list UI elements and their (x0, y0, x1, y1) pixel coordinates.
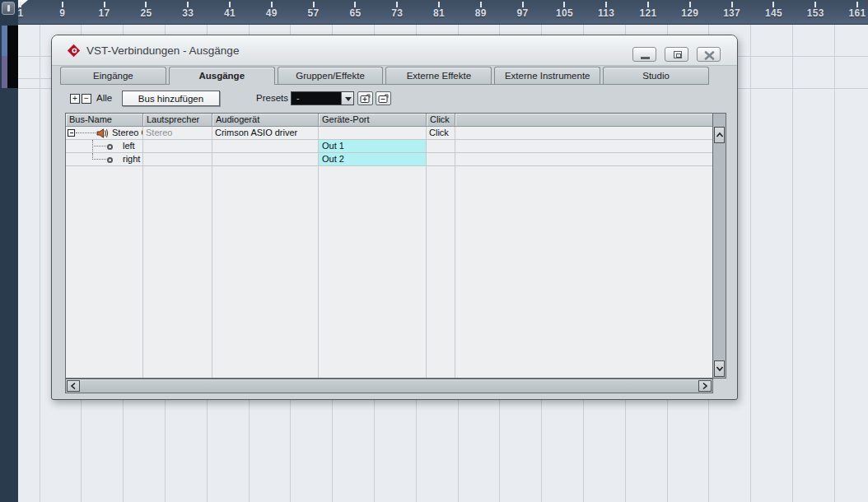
expand-all-button[interactable]: + (70, 94, 80, 104)
close-button[interactable] (697, 47, 721, 62)
speaker-icon (96, 128, 109, 138)
ruler-tick (271, 2, 273, 7)
horizontal-scrollbar[interactable] (65, 379, 713, 393)
ruler-tick (62, 2, 63, 7)
column-header-lautsprecher[interactable]: Lautsprecher (143, 114, 212, 127)
column-header-click[interactable]: Click (427, 114, 455, 127)
scroll-left-button[interactable] (67, 380, 80, 392)
tab-externe-instrumente[interactable]: Externe Instrumente (494, 67, 600, 84)
ruler-tick (354, 2, 356, 7)
add-bus-button[interactable]: Bus hinzufügen (122, 91, 220, 106)
store-preset-button[interactable] (357, 91, 373, 105)
ruler-tick (480, 2, 482, 7)
geraete-port-cell[interactable]: Out 2 (319, 153, 427, 165)
ruler-number: 9 (59, 7, 65, 19)
geraete-port-cell[interactable] (319, 127, 427, 139)
dialog-tab-bar: Eingänge Ausgänge Gruppen/Effekte Extern… (60, 67, 709, 85)
table-empty-area (66, 166, 712, 378)
ruler-number: 137 (723, 7, 740, 19)
scroll-down-button[interactable] (714, 360, 725, 377)
track-color-strip-blue (2, 26, 7, 56)
timeline-ruler[interactable]: 1917253341495765738189971051131211291371… (18, 0, 868, 25)
chevron-left-icon (70, 382, 77, 390)
gridline (834, 25, 835, 502)
presets-label: Presets (256, 93, 288, 103)
track-color-strip-purple (2, 56, 7, 88)
bus-name-label: Stereo Out (112, 127, 143, 139)
tab-ausgaenge[interactable]: Ausgänge (169, 67, 275, 85)
gridline (750, 25, 751, 502)
collapse-node-button[interactable] (68, 129, 75, 137)
ruler-tick (814, 2, 816, 7)
chevron-up-icon (716, 132, 724, 138)
dialog-title: VST-Verbindungen - Ausgänge (86, 35, 239, 66)
gridline (40, 25, 40, 502)
tab-gruppen-effekte[interactable]: Gruppen/Effekte (278, 67, 384, 84)
ruler-tick (647, 2, 649, 7)
collapse-all-button[interactable]: − (82, 94, 91, 104)
lautsprecher-cell[interactable]: Stereo (143, 127, 212, 139)
ruler-number: 113 (598, 7, 614, 19)
column-header-audiogeraet[interactable]: Audiogerät (212, 114, 319, 127)
dialog-toolbar: + − Alle Bus hinzufügen Presets - (52, 86, 737, 111)
click-cell[interactable]: Click (427, 127, 455, 139)
ruler-number: 121 (640, 7, 657, 19)
track-control-button[interactable] (2, 2, 15, 15)
delete-preset-button[interactable] (376, 91, 391, 105)
tab-studio[interactable]: Studio (603, 67, 709, 84)
track-lane-block (7, 26, 18, 88)
ruler-number: 17 (99, 7, 110, 19)
bus-table: Bus-Name Lautsprecher Audiogerät Geräte-… (65, 113, 713, 379)
table-row-left[interactable]: left Out 1 (66, 140, 712, 153)
dialog-titlebar[interactable]: VST-Verbindungen - Ausgänge (52, 35, 737, 66)
cubase-logo-icon (67, 44, 81, 58)
scroll-right-button[interactable] (698, 380, 712, 392)
audiogeraet-cell[interactable]: Crimson ASIO driver (212, 127, 319, 139)
tab-externe-effekte[interactable]: Externe Effekte (385, 67, 492, 84)
ruler-tick (20, 2, 21, 7)
tree-node-icon (107, 144, 113, 150)
column-header-empty (455, 114, 712, 127)
store-preset-icon (360, 94, 371, 104)
tree-line (76, 132, 96, 133)
column-header-bus-name[interactable]: Bus-Name (66, 114, 143, 127)
ruler-tick (313, 2, 315, 7)
ruler-number: 153 (807, 7, 824, 19)
presets-dropdown[interactable]: - (291, 91, 354, 105)
tree-line (92, 159, 106, 160)
channel-name-label: left (123, 140, 135, 152)
vertical-scrollbar[interactable] (712, 113, 726, 379)
ruler-tick (104, 2, 105, 7)
ruler-number: 25 (140, 7, 152, 19)
ruler-tick (689, 2, 691, 7)
ruler-number: 89 (475, 7, 487, 19)
table-row-stereo-out[interactable]: Stereo Out Stereo Crimson ASIO driver Cl… (66, 127, 712, 140)
geraete-port-cell[interactable]: Out 1 (319, 140, 427, 152)
ruler-tick (605, 2, 607, 7)
column-header-geraete-port[interactable]: Geräte-Port (319, 114, 427, 127)
ruler-number: 1 (18, 7, 24, 19)
alle-label: Alle (96, 93, 112, 103)
ruler-tick (396, 2, 398, 7)
chevron-right-icon (702, 382, 708, 390)
ruler-tick (522, 2, 524, 7)
fader-icon (7, 5, 10, 12)
maximize-icon (674, 51, 682, 58)
track-list-sidebar (0, 0, 18, 502)
minimize-button[interactable] (632, 47, 656, 62)
close-icon (704, 51, 715, 60)
tab-eingaenge[interactable]: Eingänge (60, 67, 166, 84)
ruler-number: 73 (391, 7, 403, 19)
ruler-number: 145 (765, 7, 782, 19)
ruler-tick (772, 2, 774, 7)
scroll-up-button[interactable] (714, 127, 725, 143)
ruler-number: 97 (517, 7, 529, 19)
tree-node-icon (107, 157, 113, 163)
cubase-workspace: 1917253341495765738189971051131211291371… (0, 0, 868, 502)
maximize-button[interactable] (665, 47, 688, 62)
ruler-tick (145, 2, 147, 7)
column-separator (426, 166, 427, 378)
table-row-right[interactable]: right Out 2 (66, 153, 712, 166)
ruler-number: 49 (266, 7, 278, 19)
ruler-number: 129 (681, 7, 698, 19)
